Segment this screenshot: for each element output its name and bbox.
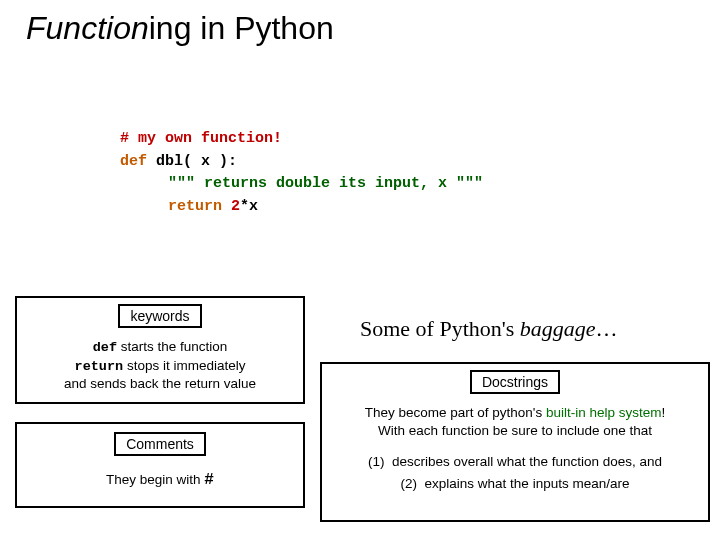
func-params: ( x ): (183, 153, 237, 170)
doc-line1a: They become part of python's (365, 405, 546, 420)
item1-num: (1) (368, 454, 385, 469)
baggage-suffix: … (596, 316, 618, 341)
item2-text: explains what the inputs mean/are (425, 476, 630, 491)
comments-prefix: They begin with (106, 472, 204, 487)
baggage-heading: Some of Python's baggage… (360, 316, 618, 342)
keywords-line3: and sends back the return value (17, 375, 303, 393)
comments-label: Comments (114, 432, 206, 456)
docstrings-box: Docstrings They become part of python's … (320, 362, 710, 522)
comments-box: Comments They begin with # (15, 422, 305, 508)
expr-rest: *x (240, 198, 258, 215)
code-comment: # my own function! (120, 130, 282, 147)
return-keyword: return (168, 198, 222, 215)
item1-text: describes overall what the function does… (392, 454, 662, 469)
docstrings-line2: With each function be sure to include on… (328, 422, 702, 440)
baggage-prefix: Some of Python's (360, 316, 520, 341)
title-italic: Function (26, 10, 149, 46)
docstrings-item1: (1) describes overall what the function … (328, 453, 702, 471)
def-keyword: def (120, 153, 147, 170)
hash-symbol: # (204, 471, 214, 489)
keywords-label: keywords (118, 304, 201, 328)
slide-title: Functioning in Python (26, 10, 334, 47)
doc-line1c: ! (661, 405, 665, 420)
func-name: dbl (156, 153, 183, 170)
docstrings-line1: They become part of python's built-in he… (328, 404, 702, 422)
return-desc: stops it immediately (123, 358, 245, 373)
keywords-box: keywords def starts the function return … (15, 296, 305, 404)
numlit: 2 (231, 198, 240, 215)
comments-line: They begin with # (17, 470, 303, 491)
title-rest: ing in Python (149, 10, 334, 46)
keywords-line1: def starts the function (17, 338, 303, 357)
docstring: """ returns double its input, x """ (168, 175, 483, 192)
docstrings-item2: (2) explains what the inputs mean/are (328, 475, 702, 493)
def-desc: starts the function (117, 339, 227, 354)
item2-num: (2) (401, 476, 418, 491)
docstrings-label: Docstrings (470, 370, 560, 394)
doc-line1b: built-in help system (546, 405, 662, 420)
code-block: # my own function! def dbl( x ): """ ret… (120, 128, 483, 218)
def-inline: def (93, 340, 117, 355)
return-inline: return (75, 359, 124, 374)
keywords-line2: return stops it immediately (17, 357, 303, 376)
baggage-italic: baggage (520, 316, 596, 341)
